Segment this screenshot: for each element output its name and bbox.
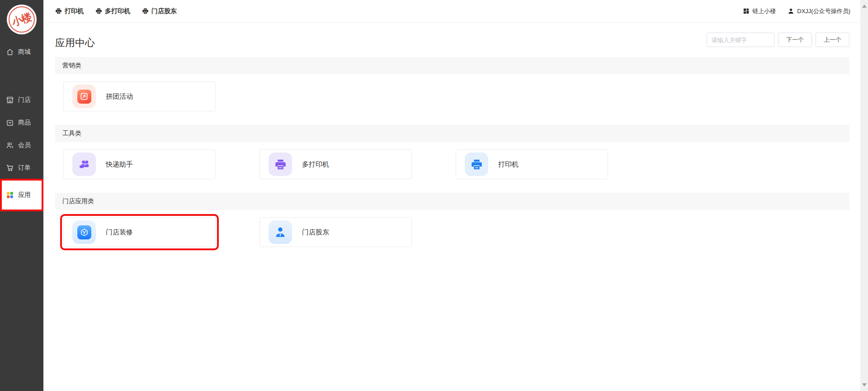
section-title: 工具类 <box>55 125 849 142</box>
goods-icon <box>6 119 14 127</box>
store-shareholder-icon <box>269 220 292 244</box>
user-icon <box>788 8 794 14</box>
page-header: 应用中心 下一个 上一个 <box>55 33 849 50</box>
multi-printer-icon <box>269 153 292 176</box>
quick-tab-multi-printer[interactable]: 多打印机 <box>95 7 130 15</box>
sidebar-item-store[interactable]: 门店 <box>0 89 43 111</box>
group-buy-icon <box>72 85 96 108</box>
user-name: DXJJ(公众号操作员) <box>797 7 850 15</box>
sidebar-item-goods[interactable]: 商品 <box>0 111 43 134</box>
page-title: 应用中心 <box>55 36 95 50</box>
app-card-multi-printer[interactable]: 多打印机 <box>259 149 412 179</box>
cards-row: 拼团活动 <box>55 74 849 125</box>
page-scrollbar[interactable] <box>860 0 868 391</box>
app-name: 拼团活动 <box>106 92 133 101</box>
apps-icon <box>6 191 14 199</box>
printer-icon <box>55 8 62 14</box>
section-store-apps: 门店应用类 门店装修 门店股东 <box>55 193 849 261</box>
scrollbar-down-arrow[interactable] <box>862 383 867 386</box>
app-card-printer[interactable]: 打印机 <box>456 149 608 179</box>
brand-logo[interactable]: 小楼 <box>7 5 37 34</box>
app-name: 打印机 <box>498 160 519 169</box>
express-helper-icon <box>72 153 96 176</box>
topbar-right: 链上小楼 DXJJ(公众号操作员) <box>743 7 850 15</box>
quick-tab-store-shareholder[interactable]: 门店股东 <box>142 7 177 15</box>
home-icon <box>6 48 14 56</box>
search-input[interactable] <box>707 33 774 47</box>
app-name: 多打印机 <box>302 160 329 169</box>
sidebar-item-label: 应用 <box>18 191 31 199</box>
app-name: 快递助手 <box>106 160 133 169</box>
quick-tab-label: 多打印机 <box>105 7 130 15</box>
user-menu[interactable]: DXJJ(公众号操作员) <box>788 7 850 15</box>
topbar: 打印机 多打印机 门店股东 链上小楼 DXJJ(公众号操作员) <box>43 0 860 23</box>
sidebar-item-label: 门店 <box>18 96 31 104</box>
sidebar-spacer <box>0 63 43 89</box>
scrollbar-up-arrow[interactable] <box>862 5 867 8</box>
store-decor-icon <box>72 220 96 244</box>
section-title: 门店应用类 <box>55 193 849 210</box>
sidebar-item-label: 商城 <box>18 48 31 56</box>
app-name: 门店装修 <box>106 228 133 237</box>
store-icon <box>6 96 14 104</box>
topbar-quick-tabs: 打印机 多打印机 门店股东 <box>55 7 177 15</box>
orders-icon <box>6 164 14 172</box>
quick-tab-printer[interactable]: 打印机 <box>55 7 84 15</box>
quick-tab-label: 打印机 <box>65 7 84 15</box>
sidebar-item-mall[interactable]: 商城 <box>0 41 43 63</box>
next-button[interactable]: 下一个 <box>778 33 812 47</box>
app-card-store-shareholder[interactable]: 门店股东 <box>259 217 412 247</box>
printer-icon <box>465 153 488 176</box>
section-title: 营销类 <box>55 57 849 74</box>
sidebar-nav: 商城 门店 商品 会员 订单 应用 <box>0 41 43 210</box>
app-card-store-decor[interactable]: 门店装修 <box>63 217 216 247</box>
section-marketing: 营销类 拼团活动 <box>55 57 849 125</box>
sidebar-item-orders[interactable]: 订单 <box>0 157 43 179</box>
search-controls: 下一个 上一个 <box>707 33 849 47</box>
app-center-content: 应用中心 下一个 上一个 营销类 拼团活动 <box>43 23 860 391</box>
printer-icon <box>95 8 102 14</box>
quick-tab-label: 门店股东 <box>151 7 177 15</box>
workspace-name: 链上小楼 <box>752 7 776 15</box>
app-card-express-helper[interactable]: 快递助手 <box>63 149 216 179</box>
main-area: 打印机 多打印机 门店股东 链上小楼 DXJJ(公众号操作员) 应用中心 <box>43 0 860 391</box>
brand-logo-text: 小楼 <box>10 10 33 29</box>
sidebar-item-label: 会员 <box>18 141 31 149</box>
section-tools: 工具类 快递助手 多打印机 <box>55 125 849 193</box>
sidebar-item-members[interactable]: 会员 <box>0 134 43 157</box>
cards-row: 快递助手 多打印机 打印机 <box>55 142 849 193</box>
app-name: 门店股东 <box>302 228 329 237</box>
cards-row: 门店装修 门店股东 <box>55 210 849 261</box>
grid-icon <box>743 8 750 14</box>
sidebar-item-label: 商品 <box>18 119 31 127</box>
sidebar-item-apps[interactable]: 应用 <box>2 181 42 210</box>
printer-icon <box>142 8 149 14</box>
workspace-switcher[interactable]: 链上小楼 <box>743 7 776 15</box>
prev-button[interactable]: 上一个 <box>816 33 849 47</box>
sidebar-item-label: 订单 <box>18 164 31 172</box>
members-icon <box>6 141 14 149</box>
sidebar: 小楼 商城 门店 商品 会员 订单 应用 <box>0 0 43 391</box>
app-card-group-buy[interactable]: 拼团活动 <box>63 81 216 111</box>
